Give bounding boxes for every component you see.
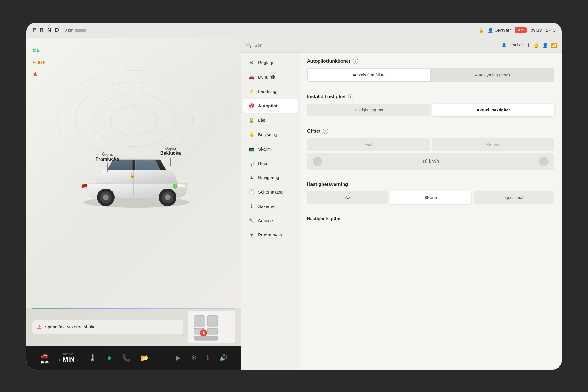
nav-service[interactable]: 🔧 Service bbox=[243, 214, 298, 228]
nav-schemalägg[interactable]: 🕐 Schemalägg bbox=[243, 185, 298, 199]
svg-rect-21 bbox=[207, 328, 218, 334]
taskbar-info-icon[interactable]: ℹ bbox=[207, 354, 209, 362]
av-btn[interactable]: Av bbox=[307, 191, 388, 204]
nav-skarm[interactable]: 📺 Skärm bbox=[243, 142, 298, 156]
speed-btn-group: Hastighetsgräns Aktuell hastighet bbox=[307, 104, 554, 116]
skarm-warn-btn[interactable]: Skärm bbox=[390, 191, 471, 204]
hastighetsgrans-section: Hastighetsgräns bbox=[307, 216, 554, 221]
offset-section: Offset i Fast Procent − +0 km/h + bbox=[307, 129, 554, 170]
svg-rect-18 bbox=[194, 315, 204, 327]
user-chip-right[interactable]: 👤 Jennifer bbox=[502, 43, 523, 47]
user-chip[interactable]: 👤 Jennifer bbox=[488, 28, 511, 33]
autopilot-btn-group: Adaptiv farthållare Autostyrning (beta) bbox=[307, 68, 554, 82]
aktuell-hastighet-btn[interactable]: Aktuell hastighet bbox=[432, 104, 554, 116]
svg-point-10 bbox=[103, 194, 109, 200]
divider-1 bbox=[307, 89, 554, 89]
settings-panel: Autopilotfunktioner i Adaptiv farthållar… bbox=[300, 53, 562, 370]
left-panel: ≡► EDGE ♟ bbox=[26, 38, 241, 370]
autopilot-section: Autopilotfunktioner i Adaptiv farthållar… bbox=[307, 59, 554, 82]
nav-autopilot[interactable]: 🎯 Autopilot bbox=[243, 99, 298, 113]
nav-resor[interactable]: 📊 Resor bbox=[243, 156, 298, 170]
taskbar-volume-icon[interactable]: 🔊 bbox=[219, 354, 227, 362]
reglage-icon: ⚙ bbox=[249, 60, 255, 65]
skarm-icon: 📺 bbox=[249, 146, 255, 152]
offset-info-icon[interactable]: i bbox=[323, 129, 328, 134]
divider-2 bbox=[307, 124, 554, 124]
user-icon[interactable]: 👤 bbox=[542, 42, 548, 48]
temp-display: 17°C bbox=[546, 28, 556, 33]
divider-3 bbox=[307, 177, 554, 177]
hastighetsvarning-section: Hastighetsvarning Av Skärm Ljudsignal bbox=[307, 182, 554, 204]
taskbar-fan-icon[interactable]: ❄ bbox=[191, 354, 196, 362]
right-panel: 🔍 👤 Jennifer ⬇ 🔔 👤 📶 bbox=[241, 38, 562, 370]
color-bar bbox=[32, 308, 235, 309]
nav-dynamik[interactable]: 🚗 Dynamik bbox=[243, 70, 298, 84]
fast-btn[interactable]: Fast bbox=[307, 138, 430, 151]
svg-point-1 bbox=[93, 94, 175, 147]
laddning-icon: ⚡ bbox=[249, 89, 255, 94]
svg-text:♟: ♟ bbox=[202, 331, 205, 335]
search-input[interactable] bbox=[255, 43, 499, 48]
lock-open-icon: 🔓 bbox=[129, 172, 135, 178]
autopilot-icon: 🎯 bbox=[249, 103, 255, 109]
framlucka-label[interactable]: Öppna Framlucka bbox=[96, 152, 119, 162]
installad-info-icon[interactable]: i bbox=[348, 94, 353, 99]
nav-reglage[interactable]: ⚙ Reglage bbox=[243, 56, 298, 69]
autostyrning-btn[interactable]: Autostyrning (beta) bbox=[431, 69, 554, 81]
autopilot-title: Autopilotfunktioner i bbox=[307, 59, 554, 64]
hastighetsgrans-label: Hastighetsgräns bbox=[307, 216, 554, 221]
arrow-right[interactable]: › bbox=[77, 357, 78, 362]
taskbar-car-icon[interactable]: 🚗 💬 💬 bbox=[40, 351, 49, 364]
search-bar: 🔍 👤 Jennifer ⬇ 🔔 👤 📶 bbox=[241, 38, 562, 53]
speed-display: ‹ MIN › bbox=[59, 356, 78, 363]
search-icon: 🔍 bbox=[246, 42, 252, 48]
taskbar-speed: Manuell ‹ MIN › bbox=[59, 352, 78, 363]
schemalägg-icon: 🕐 bbox=[249, 189, 255, 195]
speed-adjust: − +0 km/h + bbox=[307, 153, 554, 170]
increase-speed-btn[interactable]: + bbox=[539, 157, 549, 166]
taskbar-dots-icon[interactable]: ⋯ bbox=[159, 354, 166, 362]
adaptiv-btn[interactable]: Adaptiv farthållare bbox=[308, 69, 430, 81]
nav-sakerhet[interactable]: ℹ Säkerhet bbox=[243, 199, 298, 213]
nav-navigering[interactable]: ▲ Navigering bbox=[243, 171, 298, 184]
car-image: ⚡ Öppna Framlucka 🔓 Öppna Baklucka bbox=[78, 141, 190, 205]
procent-btn[interactable]: Procent bbox=[432, 138, 554, 151]
status-bar: P R N D 0 km 🔒 👤 Jennifer SOS 09:33 17°C bbox=[26, 23, 562, 38]
taskbar-play-icon[interactable]: ▶ bbox=[176, 354, 181, 362]
content-area: ⚙ Reglage 🚗 Dynamik ⚡ Laddning 🎯 Autopil… bbox=[241, 53, 562, 370]
nav-belysning[interactable]: 💡 Belysning bbox=[243, 128, 298, 141]
hastighetsvarning-title: Hastighetsvarning bbox=[307, 182, 554, 187]
dynamik-icon: 🚗 bbox=[249, 74, 255, 80]
taskbar-media-icon[interactable]: 📂 bbox=[141, 354, 149, 362]
taskbar: 🚗 💬 💬 Manuell ‹ MIN › 🌡️ bbox=[26, 346, 241, 370]
taskbar-phone-icon[interactable]: 📞 bbox=[122, 354, 131, 362]
warn-btn-group: Av Skärm Ljudsignal bbox=[307, 191, 554, 204]
taskbar-spotify-icon[interactable]: ● bbox=[107, 353, 112, 362]
sos-button[interactable]: SOS bbox=[515, 27, 526, 33]
download-icon[interactable]: ⬇ bbox=[527, 42, 530, 48]
left-bottom: ⚠ Spänn fast säkerhetsbältet ♟ bbox=[26, 308, 241, 346]
time-display: 09:33 bbox=[531, 28, 542, 33]
service-icon: 🔧 bbox=[249, 218, 255, 223]
hastighetsgrens-btn[interactable]: Hastighetsgräns bbox=[307, 104, 430, 116]
baklucka-label[interactable]: Öppna Baklucka bbox=[160, 146, 181, 156]
nav-programvara[interactable]: ▼ Programvara bbox=[243, 228, 298, 242]
installad-hastighet-section: Inställd hastighet i Hastighetsgräns Akt… bbox=[307, 94, 554, 116]
km-display: 0 km bbox=[65, 28, 86, 33]
car-display: ⚡ Öppna Framlucka 🔓 Öppna Baklucka bbox=[26, 38, 241, 308]
las-icon: 🔒 bbox=[249, 117, 255, 123]
warning-strip: ⚠ Spänn fast säkerhetsbältet bbox=[32, 320, 183, 334]
autopilot-info-icon[interactable]: i bbox=[353, 59, 358, 64]
bell-icon[interactable]: 🔔 bbox=[533, 42, 539, 48]
decrease-speed-btn[interactable]: − bbox=[313, 157, 322, 166]
nav-menu: ⚙ Reglage 🚗 Dynamik ⚡ Laddning 🎯 Autopil… bbox=[241, 53, 300, 370]
header-right: 👤 Jennifer ⬇ 🔔 👤 📶 bbox=[502, 42, 557, 48]
nav-laddning[interactable]: ⚡ Laddning bbox=[243, 84, 298, 98]
warning-icon: ⚠ bbox=[37, 324, 42, 330]
speed-value: +0 km/h bbox=[327, 159, 534, 164]
taskbar-temp-icon[interactable]: 🌡️ bbox=[89, 354, 97, 362]
nav-las[interactable]: 🔒 Lås bbox=[243, 113, 298, 127]
divider-4 bbox=[307, 211, 554, 211]
arrow-left[interactable]: ‹ bbox=[59, 357, 60, 362]
ljudsignal-btn[interactable]: Ljudsignal bbox=[474, 191, 554, 204]
